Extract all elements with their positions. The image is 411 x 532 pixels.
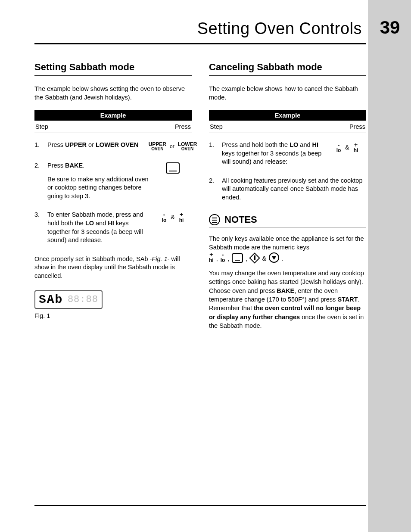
or-label: or xyxy=(168,143,176,150)
page-title: Setting Oven Controls xyxy=(197,19,362,38)
table-header-left: Step Press xyxy=(34,121,192,133)
lo-key-icon: lo xyxy=(162,212,167,223)
key-lower-oven: LOWER OVEN xyxy=(96,141,138,148)
lo-key-icon: lo xyxy=(336,142,341,153)
hi-key-icon: hi xyxy=(179,212,184,223)
col-press: Press xyxy=(175,123,191,130)
right-step-2: All cooking features previously set and … xyxy=(209,177,366,202)
notes-icon xyxy=(209,214,220,225)
key-hi: HI xyxy=(108,220,114,227)
display-sab: SAb xyxy=(39,293,63,306)
bake-key-icon xyxy=(166,162,180,174)
hi-key-icon: hi xyxy=(354,142,358,153)
intro-left: The example below shows setting the oven… xyxy=(34,85,192,102)
text: . xyxy=(83,162,84,169)
left-after-para: Once properly set in Sabbath mode, SAb -… xyxy=(34,255,192,280)
key-upper: UPPER xyxy=(65,141,87,148)
heading-setting-sabbath: Setting Sabbath mode xyxy=(34,62,192,76)
figure-caption: Fig. 1 xyxy=(34,312,192,319)
column-left: Setting Sabbath mode The example below s… xyxy=(34,62,192,336)
example-header-left: Example xyxy=(34,110,192,121)
notes-label: NOTES xyxy=(224,214,257,225)
hi-key-icon: hi xyxy=(209,252,214,263)
heading-canceling-sabbath: Canceling Sabbath mode xyxy=(209,62,366,76)
lower-oven-key-icon: LOWER OVEN xyxy=(178,142,197,151)
notes-para-1: The only keys available once the applian… xyxy=(209,234,366,263)
notes-para-2: You may change the oven temperature and … xyxy=(209,269,366,330)
key-bake: BAKE xyxy=(65,162,83,169)
label: OVEN xyxy=(181,147,193,151)
left-step-2: Press BAKE. Be sure to make any addition… xyxy=(34,162,192,200)
text: The only keys available once the applian… xyxy=(209,235,364,251)
footer-rule xyxy=(34,505,366,506)
label: OVEN xyxy=(151,147,163,151)
col-step: Step xyxy=(210,123,223,130)
ampersand: & xyxy=(342,143,352,152)
fig-ref: Fig. 1 xyxy=(152,255,167,262)
text: keys together for 3 seconds (a beep will… xyxy=(222,150,321,165)
col-step: Step xyxy=(35,123,48,130)
table-header-right: Step Press xyxy=(209,121,366,133)
text: and xyxy=(298,141,312,148)
step-2-sub: Be sure to make any additional oven or c… xyxy=(47,175,149,201)
period: . xyxy=(282,254,283,263)
intro-right: The example below shows how to cancel th… xyxy=(209,85,366,102)
notes-heading: NOTES xyxy=(209,214,366,227)
page-number: 39 xyxy=(375,17,405,38)
comma: , xyxy=(216,254,218,263)
display-dim: 88:88 xyxy=(68,294,98,305)
header-rule xyxy=(34,43,366,44)
key-start: START xyxy=(337,296,358,303)
comma: , xyxy=(227,254,229,263)
comma: , xyxy=(246,254,247,263)
text: All cooking features previously set and … xyxy=(222,177,366,202)
key-hi: HI xyxy=(312,141,319,148)
timer-up-icon xyxy=(250,253,259,263)
oven-display-figure: SAb 88:88 xyxy=(34,290,103,309)
left-step-1: Press UPPER or LOWER OVEN UPPER OVEN or xyxy=(34,141,192,151)
column-right: Canceling Sabbath mode The example below… xyxy=(209,62,366,336)
ampersand: & xyxy=(262,254,266,263)
text: Press xyxy=(47,141,65,148)
lo-key-icon: lo xyxy=(221,252,225,263)
text: Press and hold both the xyxy=(222,141,290,148)
start-down-icon xyxy=(269,252,279,263)
key-lo: LO xyxy=(85,220,94,227)
key-bake: BAKE xyxy=(277,287,294,294)
ampersand: & xyxy=(168,213,177,221)
text: or xyxy=(87,141,96,148)
text: Once properly set in Sabbath mode, SAb - xyxy=(34,255,152,262)
text: Press xyxy=(47,162,65,169)
example-header-right: Example xyxy=(209,110,366,121)
page-margin-strip xyxy=(368,0,411,532)
key-lo: LO xyxy=(290,141,298,148)
col-press: Press xyxy=(349,123,365,130)
text: and xyxy=(94,220,108,227)
left-step-3: To enter Sabbath mode, press and hold bo… xyxy=(34,211,192,244)
right-step-1: Press and hold both the LO and HI keys t… xyxy=(209,141,366,166)
upper-oven-key-icon: UPPER OVEN xyxy=(149,142,166,151)
bake-key-icon xyxy=(232,253,243,263)
